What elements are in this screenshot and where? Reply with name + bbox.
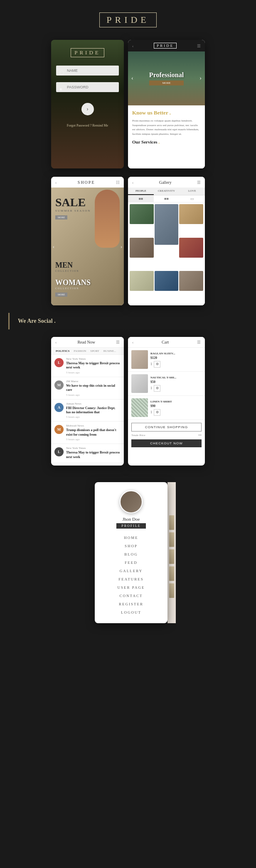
menu-item-blog[interactable]: BLOG (95, 550, 167, 558)
news-headline-3: FBI Director Comey: Justice Dept. has no… (66, 406, 121, 415)
news-menu-icon[interactable]: ☰ (116, 340, 120, 344)
gallery-item[interactable] (155, 271, 179, 291)
sale-badge[interactable]: MORE (55, 215, 67, 219)
gallery-item[interactable] (179, 271, 203, 291)
cart-item-info-2: NAUTICAL T-SHI... $50 1 ⚙ (150, 376, 202, 392)
shop-prev-arrow[interactable]: ‹ (53, 244, 54, 250)
news-headline-5: Theresa May to trigger Brexit process ne… (66, 451, 121, 459)
shop-back-arrow[interactable]: ‹ (55, 180, 57, 185)
pro-banner: ‹ Professional MORE › (128, 51, 205, 105)
tab-people[interactable]: PEOPLE (128, 188, 154, 195)
pro-header: ‹ PRIDE ☰ (128, 40, 205, 51)
cart-qty-2: 1 (150, 386, 152, 390)
news-avatar-2: M (54, 380, 64, 390)
tab-sport[interactable]: SPORT (88, 348, 101, 354)
gallery-menu-icon[interactable]: ☰ (197, 180, 201, 185)
cart-item-info-1: RAGLAN SLEEV... $120 1 ⚙ (150, 352, 202, 368)
menu-item-shop[interactable]: SHOP (95, 542, 167, 550)
gallery-header: ‹ Gallery ☰ (128, 177, 205, 188)
news-back-arrow[interactable]: ‹ (55, 340, 57, 344)
cart-item-info-3: LINEN T-SHIRT $90 1 ⚙ (150, 400, 202, 416)
news-item-3[interactable]: A Aiman News FBI Director Comey: Justice… (51, 400, 124, 422)
menu-item-gallery[interactable]: GALLERY (95, 567, 167, 575)
shop-cart-icon[interactable]: ☷ (116, 180, 120, 185)
banner-prev-arrow[interactable]: ‹ (131, 75, 133, 82)
tab-love[interactable]: LOVE (179, 188, 205, 195)
cart-qty-btn-3[interactable]: ⚙ (154, 409, 160, 416)
cart-total-amount: --- (198, 433, 202, 437)
grid-view-btn[interactable]: ■■ (128, 195, 154, 202)
news-item-1[interactable]: L New York Times Theresa May to trigger … (51, 355, 124, 377)
womans-sub: COLLECTION (55, 287, 91, 290)
side-strip-item-4 (169, 566, 174, 581)
menu-item-user-page[interactable]: USER PAGE (95, 583, 167, 592)
news-avatar-3: A (54, 403, 64, 412)
profile-badge[interactable]: PROFILE (116, 523, 145, 529)
cart-qty-btn-1[interactable]: ⚙ (154, 361, 160, 368)
news-body-4: Mohwail News Trump dismisses a poll that… (66, 424, 121, 441)
gallery-item[interactable] (179, 238, 203, 258)
remind-link[interactable]: Remind Me (92, 124, 108, 127)
shop-next-arrow[interactable]: › (121, 244, 122, 250)
tab-fashion[interactable]: FASHION (71, 348, 88, 354)
profile-wrapper: Jhon Doe PROFILE HOME SHOP BLOG FEED GAL… (95, 482, 176, 623)
gallery-view-buttons: ■■ ■■ ▭ (128, 195, 205, 202)
gallery-item[interactable] (130, 271, 154, 291)
menu-item-logout[interactable]: LOGOUT (95, 608, 167, 617)
menu-item-features[interactable]: FEATURES (95, 575, 167, 583)
single-view-btn[interactable]: ▭ (179, 195, 205, 202)
login-submit-button[interactable]: › (81, 103, 94, 115)
news-screen: ‹ Read Now ☰ POLITICS FASHION SPORT BUSI… (51, 337, 124, 466)
gallery-back-arrow[interactable]: ‹ (132, 180, 133, 185)
model-image (95, 190, 120, 248)
news-item-4[interactable]: M Mohwail News Trump dismisses a poll th… (51, 422, 124, 444)
know-us-body: Proin maximus ex volutpat quam dapibus h… (132, 119, 201, 136)
men-section: MEN COLLECTION (55, 261, 79, 272)
shop-header: ‹ SHOPE ☷ (51, 177, 124, 188)
banner-next-arrow[interactable]: › (199, 75, 202, 82)
list-view-btn[interactable]: ■■ (154, 195, 180, 202)
banner-badge[interactable]: MORE (149, 80, 184, 85)
page-header: PRIDE (0, 0, 256, 36)
shop-banner: ‹ SALE SUMMER SEASON MORE MEN COLLECTION… (51, 188, 124, 305)
tab-business[interactable]: BUSINE... (101, 348, 118, 354)
gallery-item[interactable] (130, 238, 154, 258)
cart-menu-icon[interactable]: ☰ (197, 340, 201, 344)
gallery-item[interactable] (155, 204, 179, 245)
profile-side-strip (167, 482, 176, 623)
back-arrow-icon[interactable]: ‹ (132, 44, 133, 48)
news-body-3: Aiman News FBI Director Comey: Justice D… (66, 402, 121, 419)
password-input[interactable] (56, 82, 119, 92)
continue-shopping-button[interactable]: CONTINUE SHOPPING (131, 423, 202, 432)
cart-back-arrow[interactable]: ‹ (132, 340, 133, 344)
news-headline-1: Theresa May to trigger Brexit process ne… (66, 361, 121, 370)
news-item-2[interactable]: M 2M Maroc We have to stop this crisis i… (51, 377, 124, 400)
cart-item-price-2: $50 (150, 380, 202, 384)
gallery-item[interactable] (179, 204, 203, 224)
news-item-5[interactable]: L New York Times Theresa May to trigger … (51, 444, 124, 463)
profile-name: Jhon Doe (123, 517, 140, 522)
womans-badge[interactable]: MORE (55, 293, 67, 297)
menu-icon[interactable]: ☰ (197, 44, 201, 48)
checkout-button[interactable]: CHECKOUT NOW (131, 439, 202, 447)
menu-item-register[interactable]: REGISTER (95, 600, 167, 608)
cart-item-3: LINEN T-SHIRT $90 1 ⚙ (128, 396, 205, 420)
menu-item-home[interactable]: HOME (95, 534, 167, 542)
brand-logo: PRIDE (99, 12, 157, 27)
gallery-item[interactable] (130, 204, 154, 224)
menu-item-contact[interactable]: CONTACT (95, 592, 167, 600)
cart-item-image-1 (131, 350, 148, 369)
cart-qty-btn-2[interactable]: ⚙ (154, 385, 160, 392)
gallery-screen: ‹ Gallery ☰ PEOPLE CREATIVITY LOVE ■■ ■■… (128, 177, 205, 305)
side-strip-item-1 (169, 515, 174, 530)
cart-screen: ‹ Cart ☰ RAGLAN SLEEV... $120 1 ⚙ NAUTIC… (128, 337, 205, 466)
tab-politics[interactable]: POLITICS (54, 348, 71, 354)
men-sub: COLLECTION (55, 270, 79, 272)
name-input[interactable] (56, 66, 119, 76)
gallery-tabs: PEOPLE CREATIVITY LOVE (128, 188, 205, 195)
cart-qty-1: 1 (150, 362, 152, 366)
menu-item-feed[interactable]: FEED (95, 558, 167, 567)
tab-creativity[interactable]: CREATIVITY (154, 188, 180, 195)
cart-item-price-3: $90 (150, 404, 202, 408)
news-headline-4: Trump dismisses a poll that doesn't exis… (66, 428, 121, 437)
